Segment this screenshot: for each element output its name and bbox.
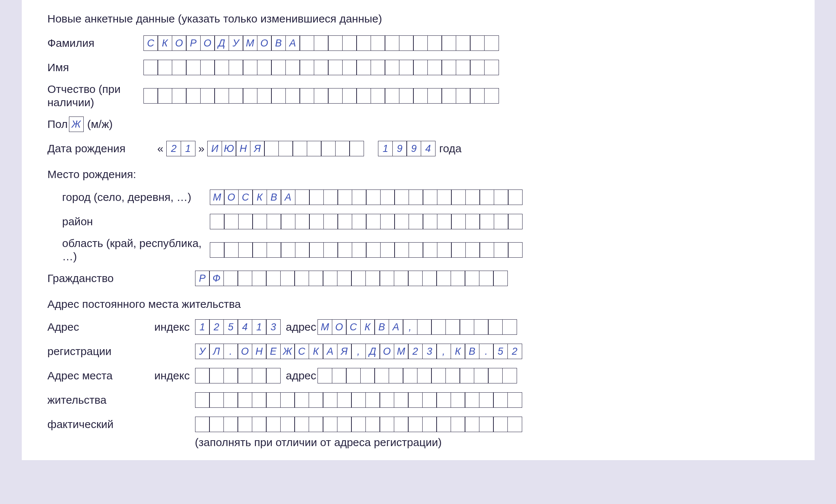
cells-fact-addr3[interactable]: [195, 417, 522, 432]
char-cell[interactable]: 4: [421, 141, 436, 156]
char-cell[interactable]: М: [394, 344, 409, 359]
char-cell[interactable]: [502, 368, 517, 383]
char-cell[interactable]: Р: [195, 271, 210, 286]
char-cell[interactable]: [465, 392, 479, 408]
char-cell[interactable]: [380, 242, 395, 258]
cells-day[interactable]: 21: [166, 141, 195, 156]
char-cell[interactable]: [237, 271, 252, 286]
char-cell[interactable]: [243, 60, 257, 75]
char-cell[interactable]: [266, 392, 281, 408]
char-cell[interactable]: [143, 60, 158, 75]
char-cell[interactable]: [422, 392, 437, 408]
char-cell[interactable]: [394, 214, 409, 229]
char-cell[interactable]: [436, 271, 451, 286]
cell-sex-value[interactable]: Ж: [69, 117, 84, 132]
char-cell[interactable]: [470, 35, 485, 51]
char-cell[interactable]: [342, 60, 357, 75]
char-cell[interactable]: О: [172, 35, 187, 51]
char-cell[interactable]: [365, 417, 380, 432]
char-cell[interactable]: [318, 368, 332, 383]
char-cell[interactable]: [403, 368, 417, 383]
char-cell[interactable]: [427, 35, 442, 51]
char-cell[interactable]: [195, 392, 210, 408]
cells-fact-addr1[interactable]: [318, 368, 517, 383]
char-cell[interactable]: [423, 190, 437, 205]
char-cell[interactable]: [374, 368, 389, 383]
cell-sex[interactable]: Ж: [69, 117, 84, 132]
char-cell[interactable]: А: [285, 35, 300, 51]
char-cell[interactable]: [479, 271, 494, 286]
char-cell[interactable]: У: [229, 35, 243, 51]
char-cell[interactable]: С: [294, 344, 309, 359]
char-cell[interactable]: [337, 214, 352, 229]
char-cell[interactable]: [346, 368, 361, 383]
char-cell[interactable]: [294, 271, 309, 286]
char-cell[interactable]: [465, 271, 479, 286]
char-cell[interactable]: [257, 60, 272, 75]
char-cell[interactable]: Л: [209, 344, 224, 359]
char-cell[interactable]: [493, 417, 508, 432]
cells-name[interactable]: [143, 60, 499, 75]
char-cell[interactable]: [266, 417, 281, 432]
char-cell[interactable]: [243, 88, 257, 104]
cells-region[interactable]: [210, 242, 523, 258]
char-cell[interactable]: 2: [209, 319, 224, 335]
char-cell[interactable]: [337, 190, 352, 205]
char-cell[interactable]: [385, 88, 399, 104]
char-cell[interactable]: [508, 190, 523, 205]
char-cell[interactable]: [223, 392, 238, 408]
char-cell[interactable]: К: [360, 319, 375, 335]
char-cell[interactable]: [394, 242, 409, 258]
char-cell[interactable]: [484, 88, 499, 104]
char-cell[interactable]: [157, 88, 172, 104]
char-cell[interactable]: [200, 60, 215, 75]
char-cell[interactable]: [441, 60, 456, 75]
char-cell[interactable]: [337, 392, 352, 408]
char-cell[interactable]: [295, 242, 310, 258]
char-cell[interactable]: [278, 141, 293, 156]
char-cell[interactable]: [408, 392, 423, 408]
char-cell[interactable]: [323, 242, 338, 258]
char-cell[interactable]: [264, 141, 279, 156]
char-cell[interactable]: [299, 60, 314, 75]
char-cell[interactable]: .: [479, 344, 494, 359]
char-cell[interactable]: [494, 214, 509, 229]
char-cell[interactable]: [484, 60, 499, 75]
char-cell[interactable]: К: [252, 190, 267, 205]
char-cell[interactable]: [459, 319, 474, 335]
char-cell[interactable]: [356, 35, 371, 51]
char-cell[interactable]: ,: [351, 344, 366, 359]
char-cell[interactable]: М: [210, 190, 225, 205]
char-cell[interactable]: [321, 141, 336, 156]
char-cell[interactable]: 1: [195, 319, 210, 335]
char-cell[interactable]: [143, 88, 158, 104]
char-cell[interactable]: [237, 368, 252, 383]
char-cell[interactable]: [299, 35, 314, 51]
char-cell[interactable]: 4: [237, 319, 252, 335]
char-cell[interactable]: [417, 368, 432, 383]
cells-reg-index[interactable]: 125413: [195, 319, 281, 335]
char-cell[interactable]: [351, 392, 366, 408]
char-cell[interactable]: [266, 271, 281, 286]
char-cell[interactable]: [267, 242, 281, 258]
char-cell[interactable]: [365, 271, 380, 286]
char-cell[interactable]: [451, 190, 466, 205]
char-cell[interactable]: [266, 368, 281, 383]
char-cell[interactable]: 2: [166, 141, 181, 156]
cells-year[interactable]: 1994: [378, 141, 436, 156]
char-cell[interactable]: [356, 60, 371, 75]
char-cell[interactable]: О: [237, 344, 252, 359]
char-cell[interactable]: [223, 271, 238, 286]
char-cell[interactable]: О: [200, 35, 215, 51]
char-cell[interactable]: [195, 368, 210, 383]
char-cell[interactable]: К: [157, 35, 172, 51]
char-cell[interactable]: 3: [266, 319, 281, 335]
char-cell[interactable]: [408, 417, 423, 432]
char-cell[interactable]: [314, 35, 329, 51]
char-cell[interactable]: 2: [507, 344, 522, 359]
char-cell[interactable]: [252, 242, 267, 258]
char-cell[interactable]: В: [374, 319, 389, 335]
char-cell[interactable]: [223, 417, 238, 432]
char-cell[interactable]: [451, 242, 466, 258]
char-cell[interactable]: [186, 88, 201, 104]
